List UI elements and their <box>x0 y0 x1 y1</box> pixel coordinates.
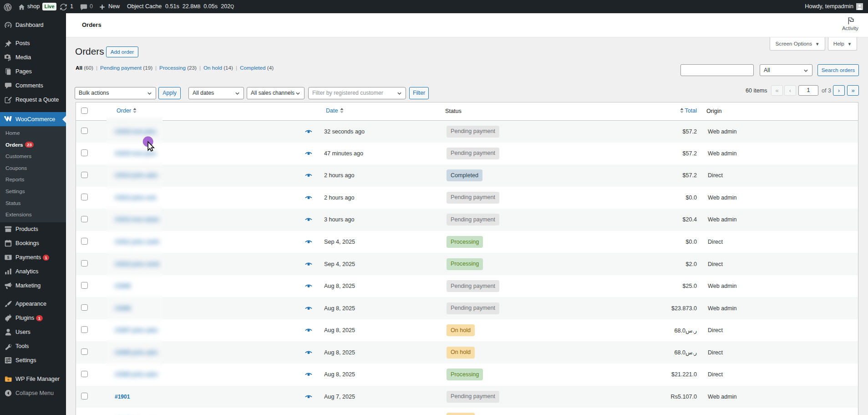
svg-text:$: $ <box>7 255 9 260</box>
svg-text:W: W <box>7 379 10 381</box>
